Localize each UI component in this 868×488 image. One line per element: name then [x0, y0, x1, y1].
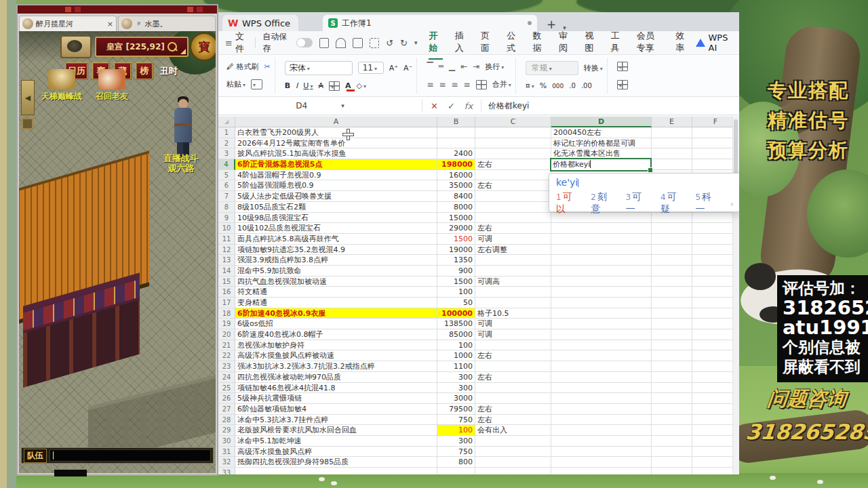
cell-B6[interactable]: 35000	[437, 180, 475, 191]
cell-E1[interactable]	[652, 127, 692, 138]
indent-decrease-icon[interactable]: ⇤	[460, 63, 467, 70]
cell-A27[interactable]: 6阶仙器敏项链加敏4	[235, 404, 437, 415]
cell-E25[interactable]	[652, 383, 692, 394]
cell-D2[interactable]: 标记红字的价格都是可调	[551, 138, 652, 149]
cell-B2[interactable]	[437, 138, 475, 149]
cell-A21[interactable]: 忽视强冰加敏护身符	[235, 340, 437, 351]
indent-increase-icon[interactable]: ⇥	[473, 63, 479, 70]
cell-C1[interactable]	[475, 127, 551, 138]
align-top-icon[interactable]: ▔	[427, 63, 433, 70]
currency-button[interactable]: ¤	[526, 81, 534, 90]
print-icon[interactable]	[353, 38, 363, 48]
cell-B3[interactable]: 2400	[437, 148, 475, 159]
font-color-button[interactable]: A	[345, 81, 351, 90]
cell-E32[interactable]	[652, 457, 692, 468]
mini-widget-icon[interactable]	[22, 118, 33, 129]
cell-B10[interactable]: 29000	[437, 223, 475, 234]
row-header-6[interactable]: 6	[218, 180, 235, 191]
cell-A33[interactable]	[235, 468, 437, 474]
row-header-8[interactable]: 8	[218, 202, 235, 213]
cell-B1[interactable]	[437, 127, 475, 138]
cell-C6[interactable]: 左右	[475, 180, 551, 191]
convert-button[interactable]: 转换	[584, 63, 603, 73]
output-icon[interactable]	[336, 38, 346, 48]
cell-D1[interactable]: 2000450左右	[551, 127, 652, 138]
cell-B4[interactable]: 198000	[437, 159, 475, 170]
cut-button[interactable]: ✂	[264, 62, 271, 71]
cell-E12[interactable]	[652, 245, 692, 256]
cell-A13[interactable]: 强混3.9戒指点粹加3.8点粹	[235, 255, 437, 266]
ime-candidate-2[interactable]: 2刻意	[591, 191, 614, 216]
cell-D11[interactable]	[551, 234, 652, 245]
select-all-corner[interactable]: ◢	[218, 117, 235, 127]
active-cell-editor[interactable]: 价格都keyi	[550, 158, 652, 171]
cell-C31[interactable]	[475, 447, 551, 458]
cell-A10[interactable]: 10级102品质忽视混宝石	[235, 223, 437, 234]
row-header-4[interactable]: 4	[218, 159, 235, 170]
cell-E4[interactable]	[652, 159, 692, 170]
column-header-E[interactable]: E	[652, 117, 692, 127]
cell-E20[interactable]	[652, 329, 692, 340]
cell-A6[interactable]: 5阶仙器强混睡忽视0.9	[235, 180, 437, 191]
cell-B9[interactable]: 15000	[437, 213, 475, 224]
cell-A15[interactable]: 四抗气血忽视强混加被动速	[235, 277, 437, 287]
font-name-select[interactable]: 宋体	[285, 61, 353, 75]
cell-A30[interactable]: 冰命中5.1加乾坤速	[235, 436, 437, 447]
row-header-31[interactable]: 31	[218, 447, 235, 458]
cell-D19[interactable]	[551, 319, 652, 329]
cell-B23[interactable]: 1100	[437, 361, 475, 372]
cell-C13[interactable]	[475, 255, 551, 266]
merge-cells-button[interactable]: 合并	[492, 79, 511, 89]
align-center-icon[interactable]: ≡	[439, 81, 446, 88]
row-header-11[interactable]: 11	[218, 234, 235, 245]
game-viewport[interactable]: 皇宫 [225,92] 寶 日历 赛 藏 榜 丑时 ◀ 天梯巅峰战	[19, 31, 216, 473]
undo-icon[interactable]: ↺	[386, 38, 393, 48]
strikethrough-button[interactable]: A	[318, 81, 323, 90]
search-icon[interactable]	[167, 42, 177, 52]
redo-icon[interactable]: ↻	[400, 38, 408, 48]
row-header-27[interactable]: 27	[218, 404, 235, 415]
cell-E15[interactable]	[652, 277, 692, 287]
orientation-icon[interactable]	[476, 80, 487, 89]
ranking-button[interactable]: 榜	[136, 62, 153, 80]
enter-icon[interactable]: ✓	[448, 101, 455, 111]
row-header-1[interactable]: 1	[218, 127, 235, 138]
cell-E3[interactable]	[652, 148, 692, 159]
cell-C9[interactable]	[475, 213, 551, 224]
cell-D16[interactable]	[551, 287, 652, 298]
cell-A1[interactable]: 白衣胜雪飞升200级男人	[235, 127, 437, 138]
cell-A7[interactable]: 5级人法步定低级召唤兽支援	[235, 191, 437, 202]
row-header-7[interactable]: 7	[218, 191, 235, 202]
cell-B19[interactable]: 138500	[437, 319, 475, 329]
increase-decimal-button[interactable]: .0	[569, 82, 576, 89]
game-tab-inactive[interactable]: 〃 水墨。	[118, 16, 216, 31]
row-header-26[interactable]: 26	[218, 393, 235, 404]
cell-B5[interactable]: 16000	[437, 170, 475, 181]
cell-D33[interactable]	[551, 468, 652, 474]
tab-formula[interactable]: 公式	[506, 26, 520, 60]
cell-C23[interactable]	[475, 361, 551, 372]
row-header-9[interactable]: 9	[218, 213, 235, 224]
cell-A24[interactable]: 四抗忽视强冰被动乾坤970品质	[235, 372, 437, 383]
decrease-decimal-button[interactable]: .00	[581, 82, 592, 89]
tab-home[interactable]: 开始	[429, 26, 443, 60]
cell-C20[interactable]: 可调	[475, 329, 551, 340]
row-header-20[interactable]: 20	[218, 329, 235, 340]
tab-tools[interactable]: 工具	[610, 26, 624, 60]
cell-A2[interactable]: 2026年4月12号藏宝阁寄售单价	[235, 138, 437, 149]
cell-B8[interactable]: 8000	[437, 202, 475, 213]
cell-D22[interactable]	[551, 350, 652, 361]
cell-B25[interactable]: 300	[437, 383, 475, 394]
cell-A28[interactable]: 冰命中5.3抗冰3.7挂件点粹	[235, 415, 437, 426]
treasure-icon[interactable]: 寶	[190, 33, 216, 61]
cell-D14[interactable]	[551, 266, 652, 277]
cell-E10[interactable]	[652, 223, 692, 234]
row-header-25[interactable]: 25	[218, 383, 235, 394]
row-header-21[interactable]: 21	[218, 340, 235, 351]
formula-content[interactable]: 价格都keyi	[481, 100, 529, 112]
cell-C8[interactable]	[475, 202, 551, 213]
cell-E23[interactable]	[652, 361, 692, 372]
cell-C15[interactable]: 可调高	[475, 277, 551, 287]
cell-E11[interactable]	[652, 234, 692, 245]
close-icon[interactable]: ×	[107, 20, 113, 28]
